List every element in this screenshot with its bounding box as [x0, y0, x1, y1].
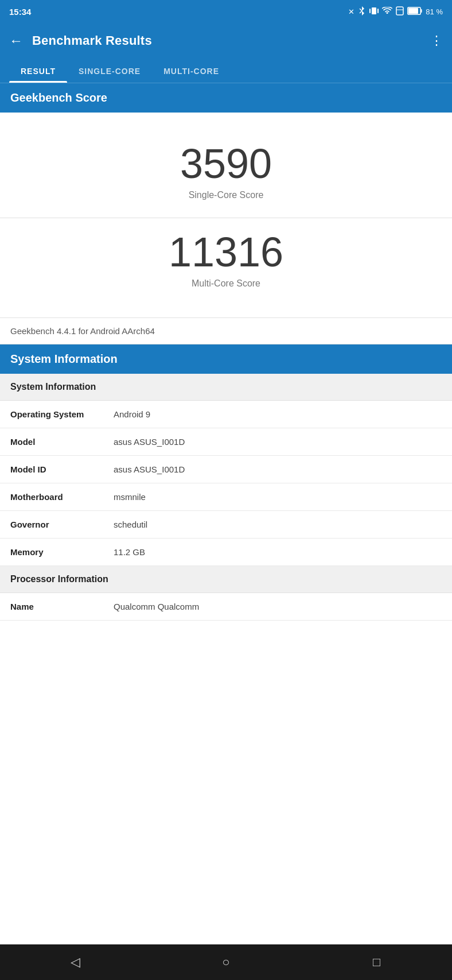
- nav-recent-button[interactable]: □: [360, 945, 394, 979]
- proc-key: Name: [10, 602, 114, 611]
- scores-area: 3590 Single-Core Score 11316 Multi-Core …: [0, 113, 452, 317]
- proc-value: Qualcomm Qualcomm: [114, 602, 442, 611]
- multi-core-value: 11316: [169, 230, 283, 275]
- geekbench-version: Geekbench 4.4.1 for Android AArch64: [0, 318, 452, 344]
- single-core-value: 3590: [180, 141, 272, 187]
- svg-rect-9: [421, 9, 422, 13]
- svg-rect-5: [396, 7, 403, 15]
- processor-rows: Name Qualcomm Qualcomm: [0, 593, 452, 621]
- info-key: Operating System: [10, 409, 114, 419]
- status-icons: ✕ 81 %: [348, 6, 443, 18]
- multi-core-score-block: 11316 Multi-Core Score: [0, 218, 452, 306]
- info-row: Motherboard msmnile: [0, 483, 452, 511]
- info-key: Governor: [10, 520, 114, 529]
- svg-rect-3: [369, 9, 371, 13]
- info-value: asus ASUS_I001D: [114, 464, 442, 474]
- app-title: Benchmark Results: [32, 33, 430, 48]
- battery-icon: [407, 7, 422, 17]
- tab-single-core[interactable]: SINGLE-CORE: [67, 59, 152, 83]
- info-row: Model ID asus ASUS_I001D: [0, 456, 452, 483]
- system-info-section-title: System Information: [0, 374, 452, 401]
- twitter-icon: ✕: [348, 7, 354, 16]
- svg-line-1: [360, 11, 362, 13]
- system-info-header: System Information: [0, 344, 452, 374]
- more-button[interactable]: ⋮: [430, 33, 443, 48]
- tabs-bar: RESULT SINGLE-CORE MULTI-CORE: [0, 59, 452, 83]
- status-bar: 15:34 ✕ 81 %: [0, 0, 452, 23]
- sim-icon: [396, 6, 404, 17]
- single-core-score-block: 3590 Single-Core Score: [0, 130, 452, 218]
- info-value: msmnile: [114, 492, 442, 502]
- svg-rect-2: [372, 7, 376, 14]
- wifi-icon: [382, 7, 392, 17]
- info-row: Governor schedutil: [0, 511, 452, 539]
- multi-core-label: Multi-Core Score: [192, 278, 260, 289]
- svg-rect-8: [408, 8, 418, 14]
- info-rows: Operating System Android 9 Model asus AS…: [0, 401, 452, 566]
- battery-percent: 81 %: [426, 7, 443, 16]
- back-button[interactable]: ←: [9, 33, 23, 49]
- info-row: Memory 11.2 GB: [0, 539, 452, 566]
- info-value: asus ASUS_I001D: [114, 437, 442, 447]
- processor-row: Name Qualcomm Qualcomm: [0, 593, 452, 621]
- vibrate-icon: [369, 6, 379, 18]
- info-key: Model: [10, 437, 114, 447]
- tab-result[interactable]: RESULT: [9, 59, 67, 83]
- single-core-label: Single-Core Score: [189, 190, 264, 200]
- status-time: 15:34: [9, 7, 31, 17]
- svg-line-0: [360, 9, 362, 11]
- nav-back-button[interactable]: ◁: [58, 945, 92, 979]
- svg-rect-4: [377, 9, 379, 13]
- info-key: Model ID: [10, 464, 114, 474]
- processor-info-section-title: Processor Information: [0, 566, 452, 593]
- info-row: Model asus ASUS_I001D: [0, 428, 452, 456]
- tab-multi-core[interactable]: MULTI-CORE: [152, 59, 231, 83]
- geekbench-score-header: Geekbench Score: [0, 83, 452, 113]
- info-key: Motherboard: [10, 492, 114, 502]
- bottom-nav: ◁ ○ □: [0, 944, 452, 980]
- info-key: Memory: [10, 547, 114, 557]
- nav-home-button[interactable]: ○: [209, 945, 243, 979]
- info-value: Android 9: [114, 409, 442, 419]
- info-value: schedutil: [114, 520, 442, 529]
- info-row: Operating System Android 9: [0, 401, 452, 428]
- info-value: 11.2 GB: [114, 547, 442, 557]
- app-bar: ← Benchmark Results ⋮: [0, 23, 452, 59]
- bluetooth-icon: [358, 6, 366, 18]
